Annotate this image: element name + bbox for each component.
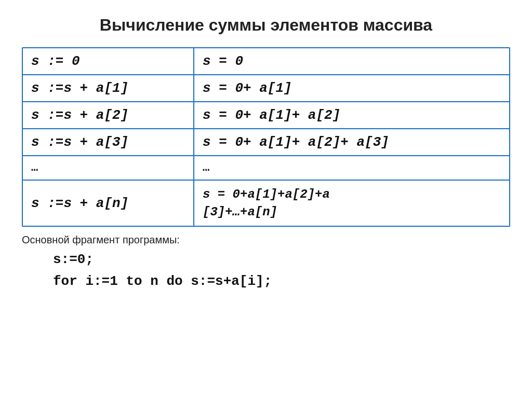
cell-right-6: s = 0+a[1]+a[2]+a [3]+…+a[n] [194,181,509,226]
cell-left-4: s :=s + a[3] [23,129,194,155]
table-row: s :=s + a[1] s = 0+ a[1] [23,75,509,102]
table-row: s := 0 s = 0 [23,48,509,75]
cell-right-4: s = 0+ a[1]+ a[2]+ a[3] [194,129,509,155]
cell-right-3: s = 0+ a[1]+ a[2] [194,102,509,128]
table-row: s :=s + a[3] s = 0+ a[1]+ a[2]+ a[3] [23,129,509,156]
algorithm-table: s := 0 s = 0 s :=s + a[1] s = 0+ a[1] s … [22,47,510,227]
table-row-last: s :=s + a[n] s = 0+a[1]+a[2]+a [3]+…+a[n… [23,181,509,226]
code-line-2: for i:=1 to n do s:=s+a[i]; [53,271,510,293]
cell-left-3: s :=s + a[2] [23,102,194,128]
code-line-1: s:=0; [53,249,510,271]
footer-section: Основной фрагмент программы: s:=0; for i… [22,234,510,292]
footer-code: s:=0; for i:=1 to n do s:=s+a[i]; [22,249,510,292]
cell-left-6: s :=s + a[n] [23,181,194,226]
cell-right-2: s = 0+ a[1] [194,75,509,101]
table-row: s :=s + a[2] s = 0+ a[1]+ a[2] [23,102,509,129]
table-row-ellipsis: … … [23,156,509,181]
footer-label: Основной фрагмент программы: [22,234,510,246]
cell-right-5: … [194,156,509,180]
cell-left-2: s :=s + a[1] [23,75,194,101]
cell-left-1: s := 0 [23,48,194,74]
cell-right-1: s = 0 [194,48,509,74]
cell-left-5: … [23,156,194,180]
page-title: Вычисление суммы элементов массива [100,16,432,35]
